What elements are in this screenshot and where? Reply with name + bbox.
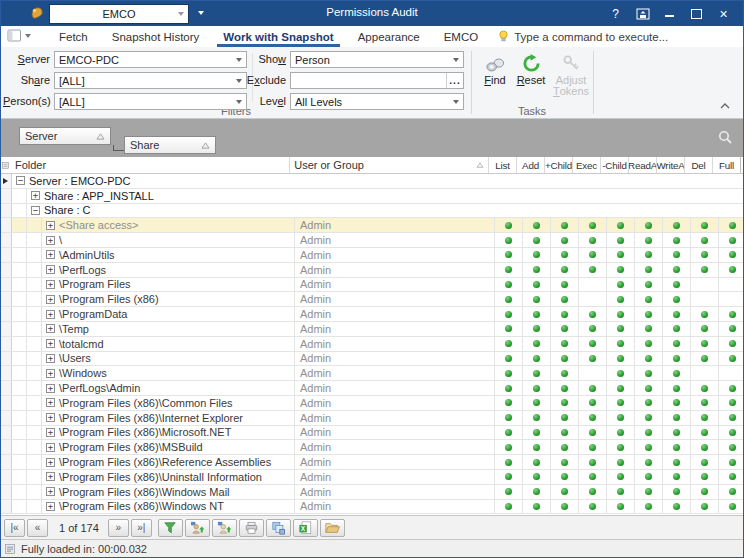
expand-toggle[interactable]: + (31, 191, 40, 200)
table-row[interactable]: +\Program Files (x86)\Reference Assembli… (1, 455, 743, 470)
expand-toggle[interactable]: + (46, 324, 55, 333)
expand-toggle[interactable]: − (31, 206, 40, 215)
fullscreen-button[interactable] (629, 1, 656, 26)
column-header-folder[interactable]: Folder (11, 157, 289, 173)
group-row[interactable]: +Share : APP_INSTALL (1, 189, 743, 204)
table-row[interactable]: +\PerfLogsAdmin (1, 263, 743, 278)
column-header-list[interactable]: List (488, 157, 516, 173)
table-row[interactable]: +\Program Files (x86)\Uninstall Informat… (1, 470, 743, 485)
find-button[interactable]: Find (479, 51, 511, 86)
group-row[interactable]: −Server : EMCO-PDC (1, 174, 743, 189)
table-row[interactable]: +\Program Files (x86)\MSBuildAdmin (1, 440, 743, 455)
table-row[interactable]: +\Program Files (x86)\Windows MailAdmin (1, 485, 743, 500)
reset-button[interactable]: Reset (513, 51, 549, 86)
table-row[interactable]: +\Program Files (x86)\Windows NTAdmin (1, 500, 743, 515)
expand-toggle[interactable]: + (46, 295, 55, 304)
column-header-exec[interactable]: Exec (572, 157, 600, 173)
next-record-button[interactable]: » (108, 519, 129, 537)
group-row[interactable]: −Share : C (1, 204, 743, 219)
user-arrow-button-2[interactable] (212, 519, 237, 537)
column-header-child[interactable]: +Child (544, 157, 572, 173)
column-header-clipped[interactable]: C (740, 157, 743, 173)
ellipsis-button[interactable]: ... (446, 73, 463, 88)
expand-toggle[interactable]: + (46, 458, 55, 467)
table-row[interactable]: +\WindowsAdmin (1, 366, 743, 381)
group-by-share[interactable]: Share (124, 136, 216, 154)
filter-combo-level[interactable]: All Levels (290, 93, 464, 110)
expand-toggle[interactable]: + (46, 265, 55, 274)
column-header-writea[interactable]: WriteA (656, 157, 684, 173)
expand-toggle[interactable]: + (46, 398, 55, 407)
group-by-server[interactable]: Server (19, 127, 111, 145)
granted-dot-icon (533, 355, 540, 362)
copy-button[interactable] (266, 519, 291, 537)
table-row[interactable]: +\Program FilesAdmin (1, 278, 743, 293)
expand-toggle[interactable]: + (46, 472, 55, 481)
column-header-add[interactable]: Add (516, 157, 544, 173)
expand-toggle[interactable]: + (46, 354, 55, 363)
first-record-button[interactable]: |« (4, 519, 25, 537)
column-header-child[interactable]: -Child (600, 157, 628, 173)
tab-fetch[interactable]: Fetch (47, 26, 100, 47)
table-row[interactable]: +\Admin (1, 233, 743, 248)
tab-emco[interactable]: EMCO (432, 26, 491, 47)
quick-access-toolbar-button[interactable] (7, 29, 31, 42)
table-row[interactable]: +\Program Files (x86)\Internet ExplorerA… (1, 411, 743, 426)
column-header-del[interactable]: Del (684, 157, 712, 173)
expand-toggle[interactable]: + (46, 369, 55, 378)
open-folder-button[interactable] (320, 519, 345, 537)
column-header-user-or-group[interactable]: User or Group (289, 157, 488, 173)
expand-toggle[interactable]: + (46, 428, 55, 437)
filter-combo-persons[interactable]: [ALL] (54, 93, 247, 110)
table-row[interactable]: +\ProgramDataAdmin (1, 307, 743, 322)
expand-toggle[interactable]: + (46, 487, 55, 496)
expand-toggle[interactable]: + (46, 502, 55, 511)
tab-work-with-snapshot[interactable]: Work with Snapshot (211, 26, 345, 47)
expand-toggle[interactable]: + (46, 443, 55, 452)
table-row[interactable]: +\UsersAdmin (1, 352, 743, 367)
filter-combo-exclude[interactable]: ... (290, 72, 464, 89)
table-row[interactable]: +\PerfLogs\AdminAdmin (1, 381, 743, 396)
help-button[interactable]: ? (602, 1, 629, 26)
expand-toggle[interactable]: + (46, 339, 55, 348)
expand-toggle[interactable]: + (46, 250, 55, 259)
maximize-button[interactable] (683, 1, 710, 26)
table-row[interactable]: +\Program Files (x86)\Common FilesAdmin (1, 396, 743, 411)
filter-combo-show[interactable]: Person (290, 51, 464, 68)
expand-toggle[interactable]: − (16, 176, 25, 185)
indent-cell (27, 396, 42, 410)
collapse-ribbon-button[interactable] (720, 99, 730, 111)
table-row[interactable]: +\Program Files (x86)Admin (1, 292, 743, 307)
table-row[interactable]: +\Program Files (x86)\Microsoft.NETAdmin (1, 426, 743, 441)
granted-dot-icon (533, 414, 540, 421)
column-header-full[interactable]: Full (712, 157, 740, 173)
column-header-reada[interactable]: ReadA (628, 157, 656, 173)
table-row[interactable]: +\totalcmdAdmin (1, 337, 743, 352)
expand-toggle[interactable]: + (46, 310, 55, 319)
filter-button[interactable] (158, 519, 183, 537)
table-row[interactable]: +<Share access>Admin (1, 218, 743, 233)
filter-combo-share[interactable]: [ALL] (54, 72, 247, 89)
filter-combo-server[interactable]: EMCO-PDC (54, 51, 247, 68)
tab-snapshot-history[interactable]: Snapshot History (100, 26, 212, 47)
print-button[interactable] (239, 519, 264, 537)
perm-cell-exec (578, 411, 606, 425)
tab-appearance[interactable]: Appearance (346, 26, 432, 47)
expand-toggle[interactable]: + (46, 384, 55, 393)
minimize-button[interactable] (656, 1, 683, 26)
user-arrow-button-1[interactable] (185, 519, 210, 537)
folder-name: \Program Files (x86)\Reference Assemblie… (59, 456, 271, 468)
search-icon[interactable] (717, 129, 733, 147)
expand-toggle[interactable]: + (46, 413, 55, 422)
expand-toggle[interactable]: + (46, 236, 55, 245)
prev-record-button[interactable]: « (27, 519, 48, 537)
excel-export-button[interactable]: X (293, 519, 318, 537)
table-row[interactable]: +\TempAdmin (1, 322, 743, 337)
command-search-box[interactable]: Type a command to execute... (498, 26, 668, 47)
close-button[interactable]: × (710, 1, 737, 26)
last-record-button[interactable]: »| (131, 519, 152, 537)
expand-toggle[interactable]: + (46, 280, 55, 289)
row-indicator-cell (1, 426, 12, 440)
expand-toggle[interactable]: + (46, 221, 55, 230)
table-row[interactable]: +\AdminUtilsAdmin (1, 248, 743, 263)
